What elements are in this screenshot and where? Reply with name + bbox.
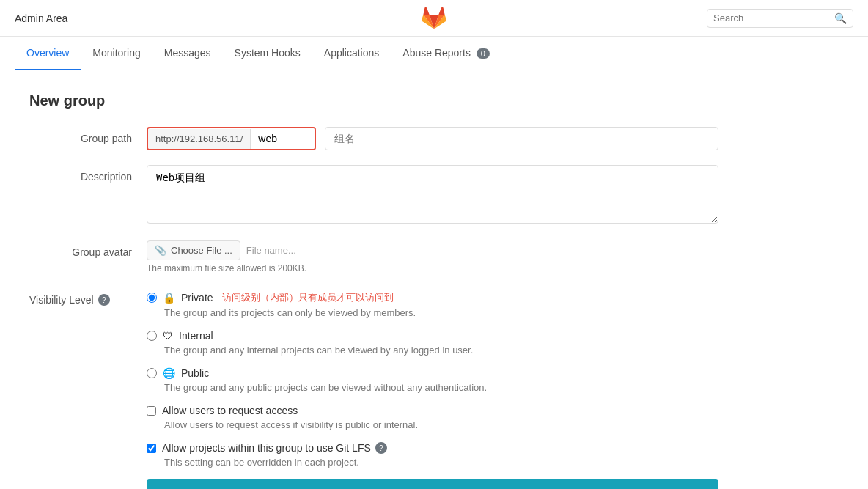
- page-content: New group Group path http://192.168.56.1…: [0, 70, 868, 489]
- form-group-description: Description Web项目组: [29, 165, 839, 226]
- git-lfs-checkbox[interactable]: [147, 444, 156, 453]
- git-lfs-group: Allow projects within this group to use …: [147, 442, 839, 468]
- visibility-options-wrap: 🔒 Private 访问级别（内部）只有成员才可以访问到 The group a…: [147, 288, 839, 489]
- abuse-reports-badge: 0: [477, 48, 490, 59]
- visibility-public-row: 🌐 Public: [147, 367, 839, 379]
- visibility-help-icon[interactable]: ?: [98, 294, 110, 306]
- visibility-private-desc: The group and its projects can only be v…: [164, 307, 839, 318]
- group-path-input[interactable]: [251, 128, 316, 149]
- git-lfs-help-icon[interactable]: ?: [375, 442, 387, 454]
- tab-abuse-reports[interactable]: Abuse Reports 0: [391, 37, 501, 70]
- file-name-label: File name...: [246, 245, 296, 256]
- group-path-label: Group path: [29, 127, 147, 144]
- globe-icon: 🌐: [163, 367, 175, 379]
- visibility-public-desc: The group and any public projects can be…: [164, 382, 839, 393]
- avatar-label: Group avatar: [29, 240, 147, 258]
- search-icon: 🔍: [834, 12, 847, 24]
- choose-file-button[interactable]: 📎 Choose File ...: [147, 240, 240, 260]
- search-input[interactable]: [713, 12, 834, 23]
- git-lfs-label: Allow projects within this group to use …: [162, 442, 371, 454]
- allow-request-access-row: Allow users to request access: [147, 405, 839, 416]
- search-box[interactable]: 🔍: [707, 9, 853, 28]
- allow-request-access-checkbox[interactable]: [147, 406, 156, 416]
- visibility-internal-desc: The group and any internal projects can …: [164, 345, 839, 356]
- allow-request-access-desc: Allow users to request access if visibil…: [164, 419, 839, 430]
- header-logo: [421, 4, 447, 32]
- nav-tabs: Overview Monitoring Messages System Hook…: [0, 37, 868, 70]
- group-path-prefix: http://192.168.56.11/: [148, 129, 251, 149]
- visibility-private-row: 🔒 Private 访问级别（内部）只有成员才可以访问到: [147, 291, 839, 304]
- visibility-label: Visibility Level ?: [29, 288, 147, 306]
- tab-applications[interactable]: Applications: [312, 37, 391, 70]
- visibility-private-radio[interactable]: [147, 293, 157, 303]
- page-title: New group: [29, 92, 839, 109]
- lock-icon: 🔒: [163, 292, 175, 304]
- visibility-private-chinese: 访问级别（内部）只有成员才可以访问到: [222, 291, 394, 304]
- allow-request-access-group: Allow users to request access Allow user…: [147, 405, 839, 430]
- gitlab-logo: [421, 4, 447, 30]
- choose-file-label: Choose File ...: [171, 245, 232, 256]
- group-name-input[interactable]: [325, 127, 718, 150]
- visibility-option-private: 🔒 Private 访问级别（内部）只有成员才可以访问到 The group a…: [147, 291, 839, 318]
- visibility-options: 🔒 Private 访问级别（内部）只有成员才可以访问到 The group a…: [147, 291, 839, 393]
- visibility-internal-label: Internal: [179, 330, 213, 342]
- visibility-public-radio[interactable]: [147, 368, 157, 378]
- visibility-label-wrap: Visibility Level ?: [29, 294, 132, 306]
- group-path-container: http://192.168.56.11/: [147, 127, 316, 150]
- file-size-note: The maximum file size allowed is 200KB.: [147, 263, 839, 273]
- description-textarea[interactable]: Web项目组: [147, 165, 718, 224]
- form-group-path: Group path http://192.168.56.11/: [29, 127, 839, 150]
- form-group-visibility: Visibility Level ? 🔒 Private 访问级别（内部）只有成…: [29, 288, 839, 489]
- visibility-option-public: 🌐 Public The group and any public projec…: [147, 367, 839, 393]
- allow-request-access-label: Allow users to request access: [162, 405, 298, 416]
- description-wrap: Web项目组: [147, 165, 839, 226]
- tab-system-hooks[interactable]: System Hooks: [223, 37, 312, 70]
- info-box: A group is a collection of several proje…: [147, 479, 718, 489]
- tab-overview[interactable]: Overview: [15, 37, 81, 70]
- git-lfs-label-wrap: Allow projects within this group to use …: [162, 442, 387, 454]
- shield-icon: 🛡: [163, 330, 173, 342]
- header: Admin Area 🔍: [0, 0, 868, 37]
- git-lfs-row: Allow projects within this group to use …: [147, 442, 839, 454]
- visibility-private-label: Private: [181, 292, 213, 304]
- admin-area-link[interactable]: Admin Area: [15, 12, 67, 24]
- visibility-internal-radio[interactable]: [147, 331, 157, 341]
- tab-monitoring[interactable]: Monitoring: [81, 37, 152, 70]
- paperclip-icon: 📎: [155, 245, 166, 256]
- tab-messages[interactable]: Messages: [152, 37, 223, 70]
- description-label: Description: [29, 165, 147, 183]
- avatar-wrap: 📎 Choose File ... File name... The maxim…: [147, 240, 839, 273]
- visibility-internal-row: 🛡 Internal: [147, 330, 839, 342]
- git-lfs-desc: This setting can be overridden in each p…: [164, 457, 839, 468]
- visibility-public-label: Public: [181, 367, 209, 379]
- form-group-avatar: Group avatar 📎 Choose File ... File name…: [29, 240, 839, 273]
- group-path-wrap: http://192.168.56.11/: [147, 127, 839, 150]
- visibility-option-internal: 🛡 Internal The group and any internal pr…: [147, 330, 839, 356]
